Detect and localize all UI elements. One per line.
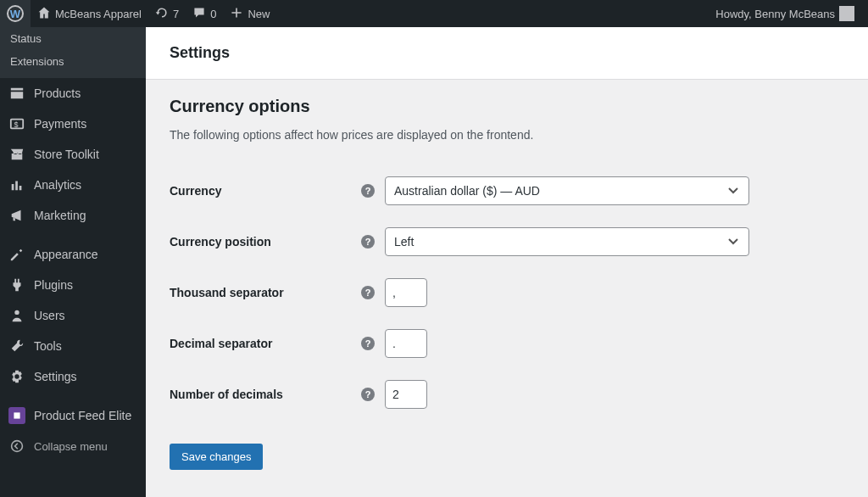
settings-panel: Currency options The following options a…	[146, 80, 868, 487]
section-description: The following options affect how prices …	[170, 128, 844, 142]
sidebar-item-label: Plugins	[34, 277, 73, 293]
admin-sidebar: Status Extensions Products $ Payments St…	[0, 27, 146, 497]
home-icon	[37, 6, 51, 22]
sidebar-item-appearance[interactable]: Appearance	[0, 239, 146, 270]
save-changes-button[interactable]: Save changes	[170, 444, 263, 470]
plus-icon	[230, 6, 243, 22]
sidebar-item-label: Product Feed Elite	[34, 408, 131, 423]
payments-icon: $	[8, 115, 25, 132]
updates-icon	[155, 6, 169, 22]
currency-position-select[interactable]: Left	[385, 227, 749, 256]
sidebar-item-product-feed[interactable]: Product Feed Elite	[0, 400, 146, 431]
avatar	[839, 6, 854, 21]
settings-icon	[8, 368, 25, 385]
help-icon[interactable]: ?	[361, 286, 375, 299]
woocommerce-submenu: Status Extensions	[0, 27, 146, 78]
products-icon	[8, 85, 25, 102]
label-currency: Currency	[170, 181, 361, 201]
row-thousand-separator: Thousand separator ?	[170, 267, 844, 318]
sidebar-item-label: Appearance	[34, 247, 98, 262]
help-icon[interactable]: ?	[361, 235, 375, 248]
updates-count: 7	[173, 8, 179, 20]
sidebar-item-label: Payments	[34, 116, 86, 131]
sidebar-item-marketing[interactable]: Marketing	[0, 200, 146, 231]
comments-link[interactable]: 0	[186, 0, 223, 27]
new-content-link[interactable]: New	[223, 0, 276, 27]
sidebar-item-store-toolkit[interactable]: Store Toolkit	[0, 139, 146, 170]
thousand-separator-input[interactable]	[385, 278, 427, 307]
number-of-decimals-input[interactable]	[385, 380, 427, 409]
label-currency-position: Currency position	[170, 232, 361, 252]
howdy-text: Howdy, Benny McBeans	[715, 8, 835, 20]
sidebar-item-label: Users	[34, 308, 65, 323]
appearance-icon	[8, 246, 25, 263]
tools-icon	[8, 338, 25, 355]
help-icon[interactable]: ?	[361, 388, 375, 401]
site-name: McBeans Apparel	[55, 8, 142, 20]
section-title: Currency options	[170, 97, 844, 116]
comments-count: 0	[210, 8, 216, 20]
submenu-item-status[interactable]: Status	[0, 27, 146, 50]
menu-separator	[0, 392, 146, 400]
page-title: Settings	[170, 44, 844, 62]
currency-options-form: Currency ? Australian dollar ($) — AUD C…	[170, 165, 844, 420]
analytics-icon	[8, 176, 25, 193]
sidebar-item-label: Products	[34, 86, 81, 101]
collapse-label: Collapse menu	[34, 440, 108, 453]
svg-rect-3	[14, 412, 19, 418]
admin-bar-left: W McBeans Apparel 7 0 New	[0, 0, 276, 27]
sidebar-item-label: Marketing	[34, 208, 86, 223]
comments-icon	[192, 6, 206, 22]
main-content: Settings Currency options The following …	[146, 27, 868, 497]
menu-separator	[0, 231, 146, 239]
users-icon	[8, 307, 25, 324]
sidebar-item-users[interactable]: Users	[0, 300, 146, 331]
sidebar-item-payments[interactable]: $ Payments	[0, 109, 146, 139]
site-name-link[interactable]: McBeans Apparel	[31, 0, 148, 27]
sidebar-item-tools[interactable]: Tools	[0, 331, 146, 361]
wordpress-logo-icon: W	[7, 5, 24, 22]
collapse-icon	[8, 438, 25, 455]
plugins-icon	[8, 276, 25, 293]
sidebar-item-products[interactable]: Products	[0, 78, 146, 109]
sidebar-item-analytics[interactable]: Analytics	[0, 170, 146, 200]
feed-icon	[8, 407, 25, 424]
sidebar-item-plugins[interactable]: Plugins	[0, 270, 146, 300]
decimal-separator-input[interactable]	[385, 329, 427, 358]
row-decimal-separator: Decimal separator ?	[170, 318, 844, 369]
submenu-item-extensions[interactable]: Extensions	[0, 50, 146, 73]
currency-select[interactable]: Australian dollar ($) — AUD	[385, 176, 749, 205]
row-currency: Currency ? Australian dollar ($) — AUD	[170, 165, 844, 216]
sidebar-item-label: Settings	[34, 369, 77, 384]
svg-point-4	[12, 441, 23, 452]
admin-bar: W McBeans Apparel 7 0 New	[0, 0, 868, 27]
svg-text:$: $	[14, 120, 18, 129]
svg-point-2	[14, 310, 19, 315]
sidebar-item-label: Store Toolkit	[34, 147, 99, 162]
label-thousand-separator: Thousand separator	[170, 282, 361, 303]
sidebar-item-settings[interactable]: Settings	[0, 361, 146, 392]
my-account-link[interactable]: Howdy, Benny McBeans	[709, 0, 861, 27]
row-currency-position: Currency position ? Left	[170, 216, 844, 267]
wp-logo-menu[interactable]: W	[0, 0, 31, 27]
marketing-icon	[8, 207, 25, 224]
help-icon[interactable]: ?	[361, 337, 375, 350]
new-label: New	[248, 8, 270, 20]
label-number-decimals: Number of decimals	[170, 384, 361, 405]
help-icon[interactable]: ?	[361, 184, 375, 198]
admin-bar-right: Howdy, Benny McBeans	[709, 0, 861, 27]
collapse-menu[interactable]: Collapse menu	[0, 431, 146, 461]
label-decimal-separator: Decimal separator	[170, 333, 361, 354]
updates-link[interactable]: 7	[148, 0, 186, 27]
page-header-panel: Settings	[146, 27, 868, 80]
row-number-decimals: Number of decimals ?	[170, 369, 844, 420]
sidebar-item-label: Tools	[34, 338, 62, 354]
sidebar-item-label: Analytics	[34, 177, 81, 193]
store-icon	[8, 146, 25, 163]
